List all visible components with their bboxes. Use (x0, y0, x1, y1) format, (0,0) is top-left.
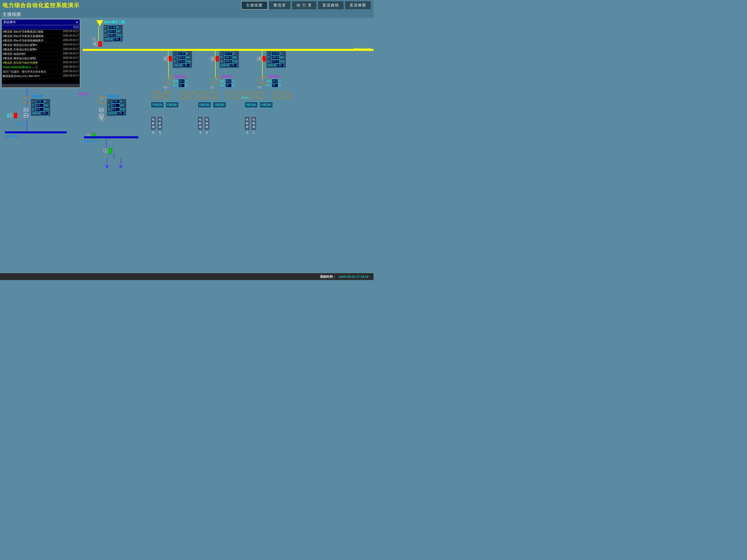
event-date-10: 2005-09-03 (63, 70, 76, 74)
event-row: 断路器状态HELLO1,I AM OFF! 2005-09-03 17 (2, 74, 80, 79)
label-power2: 2#动力变 (107, 94, 119, 99)
event-time-col-header: 时间 (73, 25, 79, 29)
cab-D[interactable]: D整流柜 (198, 102, 211, 108)
inductor-work-pos[interactable]: L (9, 113, 14, 118)
cab-F[interactable]: F整流柜 (151, 102, 164, 108)
rect2-label: 2#整流变 (221, 75, 233, 78)
event-close-btn[interactable]: ✕ (76, 21, 78, 24)
event-msg-7: #整流变-调变油位低位报警L (3, 57, 62, 60)
meter-power2[interactable] (99, 96, 107, 104)
power2-label: 2#动力变 (107, 95, 119, 98)
event-row: #整流变-调变油位高位报警H 2005-09-03 17 (2, 43, 80, 47)
status-bar: 系统时间： 2005-09-03 17:19:18 (0, 273, 374, 280)
meter-sub-E-2[interactable] (189, 91, 197, 99)
event-list[interactable]: #整流变-35kv开关柜断路器已储能 2005-09-03 17 #整流变-35… (2, 30, 80, 84)
relay-35kv[interactable]: R (93, 41, 98, 47)
power1-p-val: 0.0 (36, 103, 44, 107)
inductor-bottom[interactable]: L (103, 148, 108, 153)
meter-sub-E-1[interactable] (179, 91, 187, 99)
event-msg-6: #整流变-油温控制2 (3, 52, 62, 56)
tank4-group: 电解槽 4 (198, 116, 203, 134)
cab-C[interactable]: C整流柜 (213, 102, 226, 108)
meter-sub-D-1[interactable] (200, 91, 207, 99)
rect1-q-val: 277.7 (272, 59, 279, 63)
block-work-red (14, 113, 17, 119)
nav-btn-dc-curve[interactable]: 直流曲线 (318, 1, 344, 10)
meter-sub-D-2[interactable] (209, 91, 217, 99)
relay-circle-rect2: R (210, 56, 215, 61)
event-time-9: 17 (76, 65, 79, 69)
cab-B[interactable]: B整流柜 (244, 102, 258, 108)
event-time-2: 17 (76, 34, 79, 38)
nav-btn-power[interactable]: 动 力 变 (292, 1, 317, 10)
input-arrow-35kv (96, 20, 103, 26)
rect-cabinet-group-3: F整流柜 E整流柜 (151, 102, 179, 108)
event-time-4: 17 (76, 43, 79, 47)
relay-rect2[interactable]: R (210, 56, 215, 61)
tank3-label: 电解槽 (206, 118, 208, 129)
nav-btn-main[interactable]: 主接线图 (241, 1, 268, 10)
reading-panel-rect2: I 10.77 A P 285.9 kW Q 286.5 kVar COS Φ … (220, 51, 239, 68)
main-area: 系统事件 ✕ 时间 #整流变-35kv开关柜断路器已储能 2005-09-03 … (0, 18, 374, 278)
cab-A[interactable]: A整流柜 (259, 102, 273, 108)
event-time-11: 17 (76, 74, 79, 78)
power1-cos-val: 0.00 (40, 111, 48, 115)
relay-rect3[interactable]: R (163, 56, 169, 61)
meter-circle-power2 (99, 96, 107, 104)
tank5-box: 电解槽 (157, 116, 162, 130)
meter-sub-B-2[interactable] (256, 91, 264, 99)
g2 (164, 87, 167, 88)
tank1-group: 电解槽 1 (251, 116, 256, 134)
reading-q-label: Q (104, 33, 108, 37)
meter-pointer-rect2 (215, 78, 217, 80)
event-date-3: 2005-09-03 (63, 39, 76, 43)
meter-sub-A-2[interactable] (283, 91, 291, 99)
g1 (163, 86, 168, 87)
meter-sub-C-1[interactable] (226, 91, 234, 99)
rect3-tap-val: 20 (178, 83, 185, 87)
reading-p-label: P (104, 30, 108, 33)
reading-panel-rect3: I 12.37 A P 255.8 kW Q 271.4 kVar COS Φ … (173, 51, 192, 68)
tank6-label: 电解槽 (152, 118, 155, 129)
label-rect3: 3#整流变 (174, 74, 186, 79)
tank5-group: 电解槽 5 (157, 116, 162, 134)
reading-panel-power1: I 0.00 A P 0.0 kW Q 0.0 kVar COS Φ 0.00 (31, 99, 50, 116)
event-row: #整流变-油温控制2 2005-09-03 17 (2, 52, 80, 56)
coil4 (99, 115, 104, 118)
g1 (257, 86, 262, 87)
event-row: #整流变-主体油位高位报警H 2005-09-03 17 (2, 47, 80, 52)
nav-btn-rect[interactable]: 整流变 (269, 1, 291, 10)
v-line-rect2-mid (215, 59, 216, 77)
meter-power1[interactable] (23, 96, 31, 104)
event-footer (2, 84, 80, 87)
sub-header: 主接线图 (0, 10, 374, 18)
event-msg-1: #整流变-35kv开关柜断路器已储能 (3, 30, 62, 33)
nav-btn-dc-bar[interactable]: 直流棒图 (345, 1, 371, 10)
event-row-ok: #动6kV跳闸回路断返回——0 2005-09-03 17 (2, 65, 80, 70)
meter-pointer-power2 (101, 98, 103, 100)
relay-rect1[interactable]: R (257, 56, 262, 61)
cab-E[interactable]: E整流柜 (165, 102, 179, 108)
tank1-label: 电解槽 (253, 118, 255, 129)
rect3-p-val: 255.8 (178, 56, 185, 59)
event-time-10: 17 (76, 70, 79, 74)
reading-q-val: 282.3 (108, 33, 117, 37)
block-35kv-red (98, 41, 102, 48)
meters-rect2-group (200, 91, 244, 99)
fork-bottom (105, 153, 123, 169)
label-rect2: 2#整流变 (221, 74, 233, 79)
label-II-6kv-busbar: II段6KV母线 (84, 139, 99, 143)
event-date-6: 2005-09-03 (63, 52, 76, 56)
ground-rect1 (257, 86, 262, 89)
event-msg-9: #动6kV跳闸回路断返回——0 (3, 65, 62, 69)
rect2-i-val: 10.77 (225, 52, 232, 56)
meter-pointer-rect3 (169, 78, 170, 80)
v-line-rect3-mid (168, 59, 169, 77)
meter-sub-A-1[interactable] (273, 91, 281, 99)
meters-rect1-group (247, 91, 291, 99)
event-scrollbar-h[interactable] (2, 84, 80, 87)
power1-label: 1#动力变 (31, 95, 43, 98)
meter-sub-F-2[interactable] (162, 91, 171, 99)
meter-sub-F-1[interactable] (153, 91, 160, 99)
label-power1: 1#动力变 (31, 94, 43, 99)
